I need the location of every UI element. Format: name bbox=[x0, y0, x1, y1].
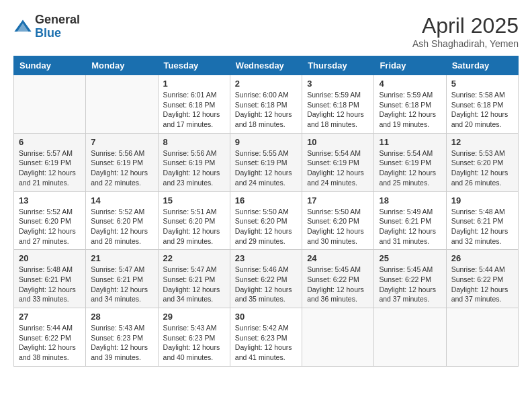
day-info: Sunrise: 5:52 AMSunset: 6:20 PMDaylight:… bbox=[91, 207, 152, 246]
day-info: Sunrise: 6:00 AMSunset: 6:18 PMDaylight:… bbox=[235, 90, 297, 130]
day-number: 9 bbox=[235, 137, 297, 147]
day-info: Sunrise: 5:51 AMSunset: 6:20 PMDaylight:… bbox=[163, 207, 225, 246]
day-info: Sunrise: 5:59 AMSunset: 6:18 PMDaylight:… bbox=[379, 90, 441, 130]
day-info: Sunrise: 5:54 AMSunset: 6:19 PMDaylight:… bbox=[379, 148, 441, 188]
calendar-week-row: 13Sunrise: 5:52 AMSunset: 6:20 PMDayligh… bbox=[14, 191, 519, 250]
calendar-cell bbox=[14, 75, 86, 134]
calendar-week-row: 20Sunrise: 5:48 AMSunset: 6:21 PMDayligh… bbox=[14, 250, 519, 308]
day-info: Sunrise: 5:43 AMSunset: 6:23 PMDaylight:… bbox=[91, 323, 152, 363]
calendar-cell: 25Sunrise: 5:45 AMSunset: 6:22 PMDayligh… bbox=[374, 250, 446, 308]
weekday-header: Tuesday bbox=[158, 56, 230, 75]
day-number: 18 bbox=[379, 195, 441, 205]
calendar-cell: 27Sunrise: 5:44 AMSunset: 6:22 PMDayligh… bbox=[14, 308, 86, 367]
logo: General Blue bbox=[13, 13, 80, 40]
day-number: 4 bbox=[379, 79, 441, 89]
day-number: 7 bbox=[91, 137, 152, 147]
calendar-cell: 3Sunrise: 5:59 AMSunset: 6:18 PMDaylight… bbox=[302, 75, 374, 134]
calendar-cell: 22Sunrise: 5:47 AMSunset: 6:21 PMDayligh… bbox=[158, 250, 230, 308]
logo-icon bbox=[13, 17, 32, 36]
logo-text: General Blue bbox=[35, 13, 80, 40]
day-number: 1 bbox=[163, 79, 225, 89]
calendar-week-row: 1Sunrise: 6:01 AMSunset: 6:18 PMDaylight… bbox=[14, 75, 519, 134]
calendar-cell: 8Sunrise: 5:56 AMSunset: 6:19 PMDaylight… bbox=[158, 133, 230, 191]
day-number: 3 bbox=[307, 79, 369, 89]
weekday-header: Monday bbox=[86, 56, 158, 75]
day-info: Sunrise: 5:48 AMSunset: 6:21 PMDaylight:… bbox=[19, 265, 81, 304]
calendar-cell: 26Sunrise: 5:44 AMSunset: 6:22 PMDayligh… bbox=[446, 250, 518, 308]
calendar-cell: 21Sunrise: 5:47 AMSunset: 6:21 PMDayligh… bbox=[86, 250, 158, 308]
day-number: 14 bbox=[91, 195, 152, 205]
calendar-cell: 17Sunrise: 5:50 AMSunset: 6:20 PMDayligh… bbox=[302, 191, 374, 250]
title-section: April 2025 Ash Shaghadirah, Yemen bbox=[412, 13, 519, 49]
calendar-cell: 16Sunrise: 5:50 AMSunset: 6:20 PMDayligh… bbox=[230, 191, 302, 250]
day-info: Sunrise: 5:56 AMSunset: 6:19 PMDaylight:… bbox=[163, 148, 225, 188]
calendar-cell: 9Sunrise: 5:55 AMSunset: 6:19 PMDaylight… bbox=[230, 133, 302, 191]
calendar-cell: 7Sunrise: 5:56 AMSunset: 6:19 PMDaylight… bbox=[86, 133, 158, 191]
calendar-cell: 18Sunrise: 5:49 AMSunset: 6:21 PMDayligh… bbox=[374, 191, 446, 250]
day-number: 28 bbox=[91, 312, 152, 322]
day-info: Sunrise: 5:55 AMSunset: 6:19 PMDaylight:… bbox=[235, 148, 297, 188]
day-info: Sunrise: 5:50 AMSunset: 6:20 PMDaylight:… bbox=[235, 207, 297, 246]
calendar-cell bbox=[374, 308, 446, 367]
day-number: 20 bbox=[19, 253, 81, 263]
calendar-cell bbox=[86, 75, 158, 134]
day-info: Sunrise: 5:58 AMSunset: 6:18 PMDaylight:… bbox=[451, 90, 513, 130]
day-info: Sunrise: 5:42 AMSunset: 6:23 PMDaylight:… bbox=[235, 323, 297, 363]
calendar-cell: 20Sunrise: 5:48 AMSunset: 6:21 PMDayligh… bbox=[14, 250, 86, 308]
calendar: SundayMondayTuesdayWednesdayThursdayFrid… bbox=[13, 56, 519, 367]
weekday-header: Thursday bbox=[302, 56, 374, 75]
logo-general-text: General bbox=[35, 13, 80, 27]
day-info: Sunrise: 5:44 AMSunset: 6:22 PMDaylight:… bbox=[451, 265, 513, 304]
calendar-cell: 4Sunrise: 5:59 AMSunset: 6:18 PMDaylight… bbox=[374, 75, 446, 134]
day-number: 25 bbox=[379, 253, 441, 263]
day-info: Sunrise: 5:46 AMSunset: 6:22 PMDaylight:… bbox=[235, 265, 297, 304]
day-number: 29 bbox=[163, 312, 225, 322]
day-info: Sunrise: 5:53 AMSunset: 6:20 PMDaylight:… bbox=[451, 148, 513, 188]
day-number: 23 bbox=[235, 253, 297, 263]
day-info: Sunrise: 5:54 AMSunset: 6:19 PMDaylight:… bbox=[307, 148, 369, 188]
day-number: 10 bbox=[307, 137, 369, 147]
calendar-cell: 30Sunrise: 5:42 AMSunset: 6:23 PMDayligh… bbox=[230, 308, 302, 367]
day-number: 22 bbox=[163, 253, 225, 263]
day-info: Sunrise: 5:45 AMSunset: 6:22 PMDaylight:… bbox=[307, 265, 369, 304]
calendar-cell: 13Sunrise: 5:52 AMSunset: 6:20 PMDayligh… bbox=[14, 191, 86, 250]
month-year: April 2025 bbox=[412, 13, 519, 38]
weekday-header: Wednesday bbox=[230, 56, 302, 75]
day-info: Sunrise: 5:44 AMSunset: 6:22 PMDaylight:… bbox=[19, 323, 81, 363]
day-info: Sunrise: 5:59 AMSunset: 6:18 PMDaylight:… bbox=[307, 90, 369, 130]
calendar-cell: 29Sunrise: 5:43 AMSunset: 6:23 PMDayligh… bbox=[158, 308, 230, 367]
calendar-cell: 24Sunrise: 5:45 AMSunset: 6:22 PMDayligh… bbox=[302, 250, 374, 308]
calendar-cell: 12Sunrise: 5:53 AMSunset: 6:20 PMDayligh… bbox=[446, 133, 518, 191]
day-number: 16 bbox=[235, 195, 297, 205]
location: Ash Shaghadirah, Yemen bbox=[412, 38, 519, 49]
day-info: Sunrise: 5:48 AMSunset: 6:21 PMDaylight:… bbox=[451, 207, 513, 246]
weekday-header: Sunday bbox=[14, 56, 86, 75]
day-info: Sunrise: 5:43 AMSunset: 6:23 PMDaylight:… bbox=[163, 323, 225, 363]
calendar-cell bbox=[302, 308, 374, 367]
day-number: 30 bbox=[235, 312, 297, 322]
calendar-cell: 10Sunrise: 5:54 AMSunset: 6:19 PMDayligh… bbox=[302, 133, 374, 191]
day-number: 19 bbox=[451, 195, 513, 205]
day-number: 11 bbox=[379, 137, 441, 147]
day-info: Sunrise: 6:01 AMSunset: 6:18 PMDaylight:… bbox=[163, 90, 225, 130]
day-info: Sunrise: 5:47 AMSunset: 6:21 PMDaylight:… bbox=[163, 265, 225, 304]
calendar-cell: 19Sunrise: 5:48 AMSunset: 6:21 PMDayligh… bbox=[446, 191, 518, 250]
day-info: Sunrise: 5:50 AMSunset: 6:20 PMDaylight:… bbox=[307, 207, 369, 246]
calendar-week-row: 6Sunrise: 5:57 AMSunset: 6:19 PMDaylight… bbox=[14, 133, 519, 191]
weekday-header: Friday bbox=[374, 56, 446, 75]
day-number: 15 bbox=[163, 195, 225, 205]
calendar-cell: 1Sunrise: 6:01 AMSunset: 6:18 PMDaylight… bbox=[158, 75, 230, 134]
calendar-cell: 23Sunrise: 5:46 AMSunset: 6:22 PMDayligh… bbox=[230, 250, 302, 308]
day-number: 2 bbox=[235, 79, 297, 89]
day-info: Sunrise: 5:52 AMSunset: 6:20 PMDaylight:… bbox=[19, 207, 81, 246]
day-number: 6 bbox=[19, 137, 81, 147]
day-info: Sunrise: 5:47 AMSunset: 6:21 PMDaylight:… bbox=[91, 265, 152, 304]
calendar-cell: 11Sunrise: 5:54 AMSunset: 6:19 PMDayligh… bbox=[374, 133, 446, 191]
day-number: 13 bbox=[19, 195, 81, 205]
day-number: 27 bbox=[19, 312, 81, 322]
logo-blue-text: Blue bbox=[35, 27, 80, 40]
day-info: Sunrise: 5:56 AMSunset: 6:19 PMDaylight:… bbox=[91, 148, 152, 188]
day-info: Sunrise: 5:49 AMSunset: 6:21 PMDaylight:… bbox=[379, 207, 441, 246]
day-info: Sunrise: 5:45 AMSunset: 6:22 PMDaylight:… bbox=[379, 265, 441, 304]
weekday-header-row: SundayMondayTuesdayWednesdayThursdayFrid… bbox=[14, 56, 519, 75]
